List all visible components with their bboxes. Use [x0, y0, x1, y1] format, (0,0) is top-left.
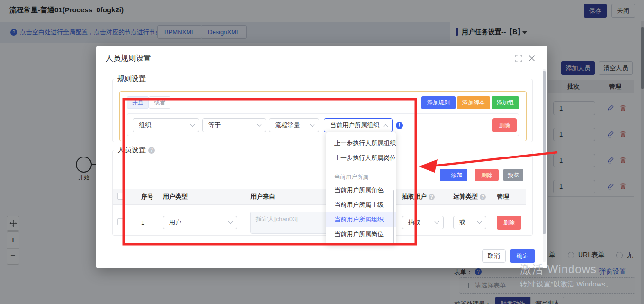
dropdown-item[interactable]: 当前用户所属上级 — [326, 197, 396, 212]
chevron-down-icon — [310, 122, 315, 127]
select-value: 组织 — [139, 121, 151, 129]
dropdown-group-label: 当前用户所属 — [326, 171, 396, 183]
person-settings-section: 人员设置 ? 添加 删除 预览 序号 用户类型 用户来自 抽取用户? 运算类型? — [112, 146, 533, 236]
scrollbar-thumb[interactable] — [393, 190, 394, 244]
rule-value-select[interactable]: 当前用户所属组织 — [324, 118, 393, 132]
rule-operator-select[interactable]: 等于 — [202, 118, 266, 132]
select-value: 用户 — [169, 218, 181, 227]
rule-settings-section: 规则设置 并且 或者 添加规则 添加脚本 添加组 组织 等于 流程常量 — [112, 74, 533, 142]
row-checkbox[interactable] — [117, 218, 125, 225]
rule-settings-legend: 规则设置 — [117, 74, 146, 83]
dropdown-item[interactable]: 当前用户所属岗位 — [326, 227, 396, 241]
dropdown-item[interactable]: 当前用户所属角色 — [326, 183, 396, 197]
add-rule-button[interactable]: 添加规则 — [421, 96, 456, 109]
help-icon: ? — [480, 194, 486, 200]
select-value: 当前用户所属组织 — [330, 121, 379, 129]
column-manage: 管理 — [492, 189, 526, 205]
chevron-down-icon — [435, 220, 439, 224]
delete-row-button[interactable]: 删除 — [497, 216, 521, 230]
rule-row: 组织 等于 流程常量 当前用户所属组织 ! 删除 — [127, 113, 519, 136]
operation-select[interactable]: 或 — [453, 216, 486, 229]
rule-group-box: 并且 或者 添加规则 添加脚本 添加组 组织 等于 流程常量 当 — [119, 91, 527, 141]
tab-and[interactable]: 并且 — [127, 96, 149, 109]
select-all-checkbox[interactable] — [117, 193, 125, 200]
dropdown-item[interactable]: 上一步执行人所属岗位 — [326, 150, 396, 165]
modal-scrollbar[interactable] — [543, 69, 546, 262]
rule-field-select[interactable]: 组织 — [133, 118, 199, 132]
column-extract-user: 抽取用户 — [402, 193, 427, 201]
cancel-button[interactable]: 取消 — [482, 249, 506, 263]
select-value: 抽取 — [408, 218, 420, 227]
confirm-button[interactable]: 确定 — [510, 249, 535, 263]
exclamation-icon: ! — [396, 122, 403, 129]
user-type-select[interactable]: 用户 — [163, 216, 237, 229]
extract-select[interactable]: 抽取 — [402, 216, 444, 229]
column-user-type: 用户类型 — [158, 189, 246, 205]
close-icon[interactable] — [528, 55, 536, 62]
row-index: 1 — [136, 205, 158, 240]
plus-icon — [445, 173, 449, 177]
table-header-row: 序号 用户类型 用户来自 抽取用户? 运算类型? 管理 — [113, 189, 526, 205]
person-actions: 添加 删除 预览 — [113, 169, 524, 181]
tab-or[interactable]: 或者 — [149, 96, 170, 109]
delete-rule-button[interactable]: 删除 — [492, 118, 517, 132]
dropdown-item-selected[interactable]: 当前用户所属组织 — [326, 212, 396, 227]
delete-person-row-button[interactable]: 删除 — [475, 169, 499, 181]
scrollbar-thumb[interactable] — [543, 71, 546, 234]
add-person-row-button[interactable]: 添加 — [440, 169, 467, 181]
person-table: 序号 用户类型 用户来自 抽取用户? 运算类型? 管理 1 用户 — [113, 189, 526, 240]
select-value: 等于 — [208, 121, 221, 129]
chevron-down-icon — [257, 122, 262, 127]
select-value: 流程常量 — [275, 121, 300, 129]
add-script-button[interactable]: 添加脚本 — [457, 96, 490, 109]
dropdown-item[interactable]: 上一步执行人所属组织 — [326, 136, 396, 150]
chevron-down-icon — [228, 220, 233, 224]
rule-source-select[interactable]: 流程常量 — [269, 118, 319, 132]
add-group-button[interactable]: 添加组 — [492, 96, 519, 109]
person-settings-legend: 人员设置 — [117, 146, 146, 155]
column-operation-type: 运算类型 — [453, 193, 478, 201]
divider — [332, 168, 390, 168]
person-row: 1 用户 指定人[chan03] 抽取 — [113, 205, 526, 240]
help-icon: ? — [148, 147, 155, 154]
help-icon: ? — [429, 194, 435, 200]
select-value: 或 — [459, 218, 465, 227]
dialog-title: 人员规则设置 — [106, 54, 151, 64]
chevron-up-icon — [384, 124, 388, 129]
chevron-down-icon — [477, 220, 482, 224]
fullscreen-icon[interactable] — [515, 55, 522, 62]
person-rule-dialog: 人员规则设置 规则设置 并且 或者 添加规则 添加脚本 添加组 组织 等于 — [96, 46, 547, 268]
chevron-down-icon — [190, 122, 195, 127]
value-select-dropdown: 上一步执行人所属组织 上一步执行人所属岗位 当前用户所属 当前用户所属角色 当前… — [326, 132, 396, 245]
preview-button[interactable]: 预览 — [503, 169, 523, 181]
add-label: 添加 — [451, 171, 463, 179]
column-index: 序号 — [136, 189, 158, 205]
